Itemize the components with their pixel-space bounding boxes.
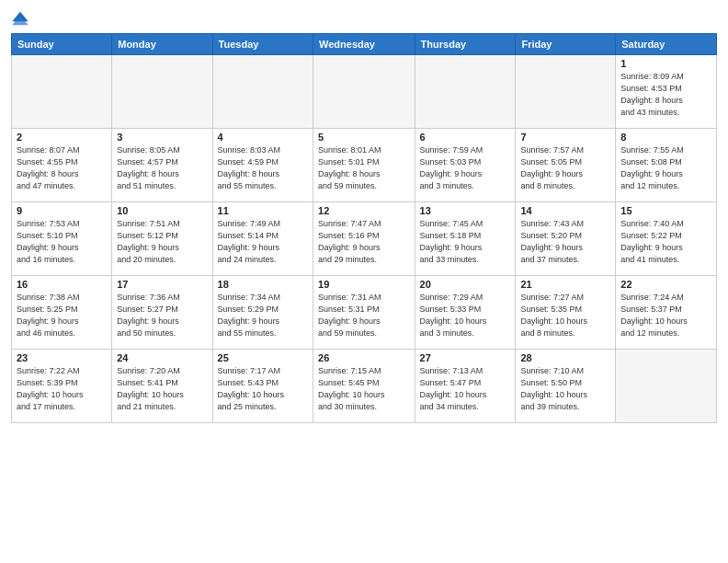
- day-number: 9: [17, 205, 107, 216]
- day-info: Sunrise: 7:36 AM Sunset: 5:27 PM Dayligh…: [117, 292, 207, 339]
- day-info: Sunrise: 8:05 AM Sunset: 4:57 PM Dayligh…: [117, 144, 207, 192]
- calendar-cell: 22Sunrise: 7:24 AM Sunset: 5:37 PM Dayli…: [616, 276, 717, 350]
- calendar-cell: 7Sunrise: 7:57 AM Sunset: 5:05 PM Daylig…: [516, 129, 616, 202]
- header: [11, 9, 717, 28]
- day-info: Sunrise: 7:38 AM Sunset: 5:25 PM Dayligh…: [17, 292, 107, 339]
- calendar-cell: 20Sunrise: 7:29 AM Sunset: 5:33 PM Dayli…: [415, 276, 516, 350]
- calendar-week-row: 9Sunrise: 7:53 AM Sunset: 5:10 PM Daylig…: [12, 202, 717, 276]
- day-number: 22: [620, 279, 711, 290]
- day-info: Sunrise: 7:24 AM Sunset: 5:37 PM Dayligh…: [620, 292, 711, 339]
- day-info: Sunrise: 7:40 AM Sunset: 5:22 PM Dayligh…: [620, 218, 711, 266]
- day-number: 24: [117, 352, 207, 363]
- day-number: 5: [318, 132, 410, 143]
- day-info: Sunrise: 7:55 AM Sunset: 5:08 PM Dayligh…: [620, 144, 711, 192]
- day-info: Sunrise: 7:15 AM Sunset: 5:45 PM Dayligh…: [318, 365, 410, 413]
- day-number: 16: [17, 279, 107, 290]
- calendar-cell: [516, 55, 616, 129]
- day-info: Sunrise: 7:53 AM Sunset: 5:10 PM Dayligh…: [17, 218, 107, 266]
- day-info: Sunrise: 7:34 AM Sunset: 5:29 PM Dayligh…: [218, 292, 308, 339]
- calendar-cell: 12Sunrise: 7:47 AM Sunset: 5:16 PM Dayli…: [313, 202, 415, 276]
- calendar-cell: 26Sunrise: 7:15 AM Sunset: 5:45 PM Dayli…: [313, 350, 415, 423]
- day-number: 19: [318, 279, 410, 290]
- day-number: 28: [520, 352, 610, 363]
- day-info: Sunrise: 8:01 AM Sunset: 5:01 PM Dayligh…: [318, 144, 410, 192]
- logo-icon: [11, 9, 29, 28]
- day-number: 13: [420, 205, 511, 216]
- calendar-week-row: 1Sunrise: 8:09 AM Sunset: 4:53 PM Daylig…: [12, 55, 717, 129]
- calendar-cell: 19Sunrise: 7:31 AM Sunset: 5:31 PM Dayli…: [313, 276, 415, 350]
- calendar-cell: 5Sunrise: 8:01 AM Sunset: 5:01 PM Daylig…: [313, 129, 415, 202]
- calendar-cell: [415, 55, 516, 129]
- day-info: Sunrise: 7:20 AM Sunset: 5:41 PM Dayligh…: [117, 365, 207, 413]
- calendar-week-row: 23Sunrise: 7:22 AM Sunset: 5:39 PM Dayli…: [12, 350, 717, 423]
- day-number: 1: [620, 58, 711, 69]
- calendar-header-sunday: Sunday: [12, 34, 112, 55]
- day-info: Sunrise: 7:27 AM Sunset: 5:35 PM Dayligh…: [520, 292, 610, 339]
- calendar-header-thursday: Thursday: [415, 34, 516, 55]
- logo: [11, 9, 33, 28]
- day-number: 18: [218, 279, 308, 290]
- day-info: Sunrise: 7:43 AM Sunset: 5:20 PM Dayligh…: [520, 218, 610, 266]
- day-info: Sunrise: 7:47 AM Sunset: 5:16 PM Dayligh…: [318, 218, 410, 266]
- calendar-cell: 1Sunrise: 8:09 AM Sunset: 4:53 PM Daylig…: [616, 55, 717, 129]
- calendar-cell: [313, 55, 415, 129]
- calendar-cell: [12, 55, 112, 129]
- calendar-cell: 8Sunrise: 7:55 AM Sunset: 5:08 PM Daylig…: [616, 129, 717, 202]
- day-number: 6: [420, 132, 511, 143]
- calendar-cell: 17Sunrise: 7:36 AM Sunset: 5:27 PM Dayli…: [112, 276, 212, 350]
- day-info: Sunrise: 8:07 AM Sunset: 4:55 PM Dayligh…: [17, 144, 107, 192]
- day-info: Sunrise: 7:17 AM Sunset: 5:43 PM Dayligh…: [218, 365, 308, 413]
- calendar-header-wednesday: Wednesday: [313, 34, 415, 55]
- calendar-cell: 11Sunrise: 7:49 AM Sunset: 5:14 PM Dayli…: [212, 202, 313, 276]
- day-info: Sunrise: 7:57 AM Sunset: 5:05 PM Dayligh…: [520, 144, 610, 192]
- day-info: Sunrise: 7:45 AM Sunset: 5:18 PM Dayligh…: [420, 218, 511, 266]
- day-number: 21: [520, 279, 610, 290]
- calendar-cell: 21Sunrise: 7:27 AM Sunset: 5:35 PM Dayli…: [516, 276, 616, 350]
- day-info: Sunrise: 7:10 AM Sunset: 5:50 PM Dayligh…: [520, 365, 610, 413]
- day-info: Sunrise: 7:31 AM Sunset: 5:31 PM Dayligh…: [318, 292, 410, 339]
- calendar-cell: 4Sunrise: 8:03 AM Sunset: 4:59 PM Daylig…: [212, 129, 313, 202]
- calendar-header-monday: Monday: [112, 34, 212, 55]
- day-number: 11: [218, 205, 308, 216]
- day-number: 17: [117, 279, 207, 290]
- calendar-cell: 18Sunrise: 7:34 AM Sunset: 5:29 PM Dayli…: [212, 276, 313, 350]
- calendar-week-row: 16Sunrise: 7:38 AM Sunset: 5:25 PM Dayli…: [12, 276, 717, 350]
- calendar-cell: 24Sunrise: 7:20 AM Sunset: 5:41 PM Dayli…: [112, 350, 212, 423]
- day-number: 8: [620, 132, 711, 143]
- day-number: 23: [17, 352, 107, 363]
- calendar-week-row: 2Sunrise: 8:07 AM Sunset: 4:55 PM Daylig…: [12, 129, 717, 202]
- calendar-cell: 27Sunrise: 7:13 AM Sunset: 5:47 PM Dayli…: [415, 350, 516, 423]
- calendar-header-friday: Friday: [516, 34, 616, 55]
- day-info: Sunrise: 7:59 AM Sunset: 5:03 PM Dayligh…: [420, 144, 511, 192]
- calendar-cell: 16Sunrise: 7:38 AM Sunset: 5:25 PM Dayli…: [12, 276, 112, 350]
- calendar-header-saturday: Saturday: [616, 34, 717, 55]
- calendar-cell: 25Sunrise: 7:17 AM Sunset: 5:43 PM Dayli…: [212, 350, 313, 423]
- calendar-cell: 3Sunrise: 8:05 AM Sunset: 4:57 PM Daylig…: [112, 129, 212, 202]
- calendar-header-tuesday: Tuesday: [212, 34, 313, 55]
- calendar-cell: 6Sunrise: 7:59 AM Sunset: 5:03 PM Daylig…: [415, 129, 516, 202]
- calendar-table: SundayMondayTuesdayWednesdayThursdayFrid…: [11, 33, 717, 423]
- day-info: Sunrise: 7:29 AM Sunset: 5:33 PM Dayligh…: [420, 292, 511, 339]
- day-number: 25: [218, 352, 308, 363]
- day-info: Sunrise: 7:49 AM Sunset: 5:14 PM Dayligh…: [218, 218, 308, 266]
- day-number: 15: [620, 205, 711, 216]
- calendar-cell: 2Sunrise: 8:07 AM Sunset: 4:55 PM Daylig…: [12, 129, 112, 202]
- day-number: 3: [117, 132, 207, 143]
- calendar-cell: 10Sunrise: 7:51 AM Sunset: 5:12 PM Dayli…: [112, 202, 212, 276]
- calendar-cell: [616, 350, 717, 423]
- day-number: 2: [17, 132, 107, 143]
- day-number: 12: [318, 205, 410, 216]
- day-info: Sunrise: 8:03 AM Sunset: 4:59 PM Dayligh…: [218, 144, 308, 192]
- calendar-cell: 15Sunrise: 7:40 AM Sunset: 5:22 PM Dayli…: [616, 202, 717, 276]
- day-number: 10: [117, 205, 207, 216]
- day-info: Sunrise: 7:13 AM Sunset: 5:47 PM Dayligh…: [420, 365, 511, 413]
- calendar-cell: 9Sunrise: 7:53 AM Sunset: 5:10 PM Daylig…: [12, 202, 112, 276]
- calendar-cell: [212, 55, 313, 129]
- day-number: 4: [218, 132, 308, 143]
- calendar-cell: 28Sunrise: 7:10 AM Sunset: 5:50 PM Dayli…: [516, 350, 616, 423]
- day-number: 14: [520, 205, 610, 216]
- day-number: 27: [420, 352, 511, 363]
- calendar-header-row: SundayMondayTuesdayWednesdayThursdayFrid…: [12, 34, 717, 55]
- day-number: 26: [318, 352, 410, 363]
- day-number: 20: [420, 279, 511, 290]
